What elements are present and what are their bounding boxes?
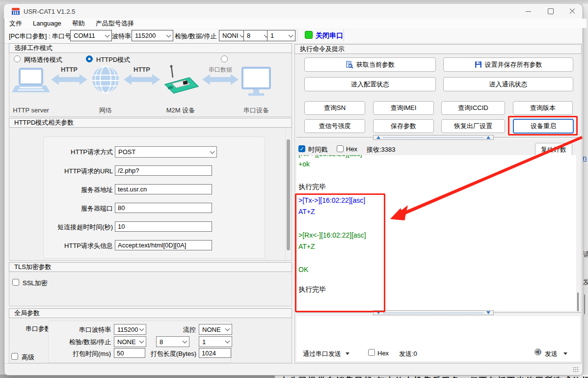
background-glyph-1: 请 (583, 250, 588, 259)
http-url-input[interactable]: /2.php? (115, 165, 212, 176)
dropdown-arrow-icon[interactable] (346, 352, 349, 355)
pack-time-input[interactable]: 50 (114, 348, 145, 358)
http-method-select[interactable]: POST (115, 146, 217, 158)
query-version-button[interactable]: 查询版本 (513, 101, 573, 115)
server-addr-value: test.usr.cn (118, 186, 147, 193)
http-header-value: Accept:text/html[0D][0A] (118, 242, 186, 249)
annotation-box-device-restart (508, 116, 578, 135)
parity-label: 检验/数据/停止 (175, 32, 216, 41)
chevron-down-icon (289, 32, 294, 37)
query-imei-button[interactable]: 查询IMEI (373, 101, 434, 115)
g-baud-label: 串口波特率 (79, 325, 111, 334)
set-save-all-button[interactable]: 设置并保存所有参数 (443, 57, 573, 72)
log-scrollbar-thumb[interactable] (577, 293, 579, 311)
stopbits-select[interactable]: 1 (267, 30, 295, 41)
speaker-icon (534, 348, 543, 357)
menu-language[interactable]: Language (33, 20, 61, 27)
send-dropdown-arrow-icon[interactable] (563, 352, 567, 355)
collapse-down-icon[interactable] (486, 311, 490, 314)
diagram-link1: HTTP (61, 66, 78, 73)
g-parity-select[interactable]: NONE (114, 336, 146, 347)
query-signal-button[interactable]: 查信号强度 (304, 119, 365, 133)
http-header-label: HTTP请求头信息 (63, 242, 113, 250)
search-doc-icon (346, 61, 353, 69)
http-header-input[interactable]: Accept:text/html[0D][0A] (115, 240, 212, 250)
radio-mqtt-mode[interactable] (221, 55, 228, 62)
collapse-up-icon[interactable] (376, 136, 380, 139)
enter-config-button[interactable]: 进入配置状态 (304, 77, 436, 91)
g-databits-value: 8 (160, 338, 163, 346)
server-port-value: 80 (118, 204, 125, 212)
recv-count: 接收:3383 (367, 145, 396, 154)
com-port-select[interactable]: COM11 (70, 30, 112, 41)
g-baud-select[interactable]: 115200 (114, 324, 146, 335)
enter-config-label: 进入配置状态 (351, 80, 389, 89)
chevron-down-icon (225, 339, 230, 344)
reset-count-label: 复位计数 (541, 145, 566, 154)
log-splitter-top[interactable] (373, 135, 494, 140)
radio-transparent-label: 网络透传模式 (24, 55, 62, 64)
sent-count: 发送:0 (399, 350, 417, 358)
g-databits-select[interactable]: 8 (156, 336, 189, 347)
advanced-checkbox[interactable] (11, 353, 18, 360)
httpd-scrollbar[interactable] (285, 129, 292, 260)
enter-comm-button[interactable]: 进入通讯状态 (443, 77, 573, 91)
g-flow-select[interactable]: NONE (199, 324, 232, 335)
diagram-link2: HTTP (134, 66, 150, 73)
chevron-down-icon (139, 339, 144, 344)
query-sn-button[interactable]: 查询SN (304, 101, 365, 115)
minimize-button[interactable] (517, 5, 539, 18)
save-icon (475, 61, 482, 68)
http-url-label: HTTP请求的URL (60, 167, 113, 176)
pack-len-input[interactable]: 1024 (199, 348, 231, 358)
laptop-icon (12, 69, 50, 92)
collapse-up-icon[interactable] (486, 136, 490, 139)
log-splitter-bottom[interactable] (373, 310, 494, 315)
timestamp-checkbox[interactable]: ✓ (298, 145, 305, 152)
menu-product-select[interactable]: 产品型号选择 (96, 19, 134, 28)
get-params-button[interactable]: 获取当前参数 (304, 57, 436, 72)
query-iccid-button[interactable]: 查询ICCID (441, 101, 505, 115)
global-params-header: 全局参数 (9, 308, 292, 318)
maximize-button[interactable] (540, 5, 561, 18)
diagram-node-serial-device: 串口设备 (243, 107, 269, 114)
stopbits-value: 1 (270, 32, 274, 39)
server-port-input[interactable]: 80 (115, 203, 212, 213)
menu-help[interactable]: 帮助 (72, 19, 85, 28)
resize-grip[interactable] (573, 367, 578, 372)
g-stopbits-select[interactable]: 1 (199, 336, 232, 347)
save-params-label: 保存参数 (391, 122, 416, 131)
server-addr-input[interactable]: test.usr.cn (115, 184, 212, 194)
send-via-serial-dropdown[interactable]: 通过串口发送 (303, 350, 341, 358)
reset-count-button[interactable]: 复位计数 (535, 143, 572, 156)
g-flow-label: 流控 (182, 325, 196, 334)
query-imei-label: 查询IMEI (391, 104, 417, 112)
http-method-value: POST (118, 148, 135, 156)
parity-select[interactable]: NONI (219, 30, 247, 41)
save-params-button[interactable]: 保存参数 (373, 119, 434, 133)
log-line-clipped: [Rx<-][16:02:20][asc] (298, 155, 362, 158)
background-top-strip (0, 0, 588, 4)
window-title: USR-CAT1 V1.2.5 (24, 8, 75, 15)
g-parity-value: NONE (117, 338, 136, 346)
send-hex-checkbox[interactable] (368, 349, 375, 356)
log-hex-checkbox[interactable] (337, 145, 344, 152)
query-signal-label: 查信号强度 (319, 122, 351, 131)
timeout-label: 短连接超时时间(秒) (49, 223, 113, 232)
diagram-node-http-server: HTTP server (13, 107, 49, 114)
double-arrow-icon (124, 74, 160, 85)
radio-transparent-mode[interactable] (14, 55, 21, 62)
factory-reset-button[interactable]: 恢复出厂设置 (441, 119, 505, 133)
menu-file[interactable]: 文件 (9, 19, 22, 28)
pc-serial-label: [PC串口参数] : 串口号 (9, 32, 71, 41)
send-button[interactable]: 发送 (545, 350, 558, 358)
close-button[interactable] (562, 5, 582, 18)
toolbar-separator (344, 29, 344, 42)
close-port-button[interactable]: 关闭串口 (316, 31, 343, 40)
baud-select[interactable]: 115200 (132, 30, 173, 41)
background-link-fragment: n (583, 154, 587, 162)
timeout-input[interactable]: 10 (115, 221, 212, 232)
radio-httpd-mode[interactable] (86, 55, 93, 62)
tls-body (9, 272, 292, 306)
ssl-checkbox[interactable] (12, 279, 19, 286)
